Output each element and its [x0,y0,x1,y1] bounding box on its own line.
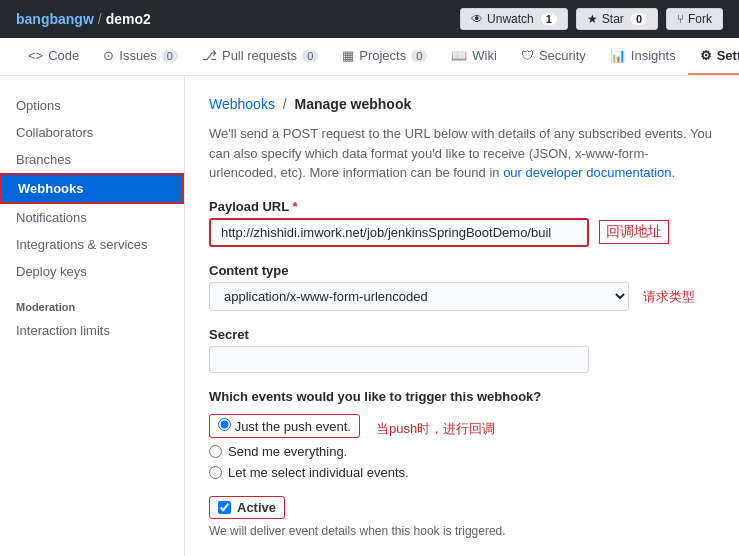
sidebar-item-integrations[interactable]: Integrations & services [0,231,184,258]
star-icon: ★ [587,12,598,26]
nav-projects[interactable]: ▦ Projects 0 [330,38,439,75]
secret-group: Secret [209,327,715,373]
content-area: Webhooks / Manage webhook We'll send a P… [185,76,739,556]
events-group: Which events would you like to trigger t… [209,389,715,480]
annotation-content-type: 请求类型 [643,289,695,304]
annotation-url-text: 回调地址 [599,220,669,244]
everything-event-option: Send me everything. [209,444,715,459]
watch-button[interactable]: 👁 Unwatch 1 [460,8,568,30]
security-icon: 🛡 [521,48,534,63]
breadcrumb-separator: / [283,96,287,112]
projects-icon: ▦ [342,48,354,63]
events-question: Which events would you like to trigger t… [209,389,715,404]
fork-button[interactable]: ⑂ Fork [666,8,723,30]
active-group: Active We will deliver event details whe… [209,496,715,538]
individual-label[interactable]: Let me select individual events. [228,465,409,480]
pr-icon: ⎇ [202,48,217,63]
active-checkbox[interactable] [218,501,231,514]
content-type-select[interactable]: application/x-www-form-urlencoded applic… [209,282,629,311]
code-icon: <> [28,48,43,63]
star-label: Star [602,12,624,26]
watch-count: 1 [541,13,557,25]
everything-radio[interactable] [209,445,222,458]
fork-label: Fork [688,12,712,26]
fork-icon: ⑂ [677,12,684,26]
sidebar-item-collaborators[interactable]: Collaborators [0,119,184,146]
active-label[interactable]: Active [237,500,276,515]
nav-security[interactable]: 🛡 Security [509,38,598,75]
payload-url-input[interactable] [209,218,589,247]
nav-wiki[interactable]: 📖 Wiki [439,38,509,75]
nav-issues[interactable]: ⊙ Issues 0 [91,38,190,75]
sidebar-item-branches[interactable]: Branches [0,146,184,173]
app-header: bangbangw / demo2 👁 Unwatch 1 ★ Star 0 ⑂… [0,0,739,38]
secret-label: Secret [209,327,715,342]
sidebar-item-webhooks[interactable]: Webhooks [0,173,184,204]
sidebar-item-options[interactable]: Options [0,92,184,119]
payload-url-label: Payload URL * [209,199,715,214]
sidebar-item-interaction-limits[interactable]: Interaction limits [0,317,184,344]
push-event-option: Just the push event. [209,414,360,438]
nav-insights[interactable]: 📊 Insights [598,38,688,75]
individual-event-option: Let me select individual events. [209,465,715,480]
watch-label: Unwatch [487,12,534,26]
url-row: 回调地址 [209,218,715,247]
individual-radio[interactable] [209,466,222,479]
active-checkbox-wrapper: Active [209,496,285,519]
payload-url-group: Payload URL * 回调地址 [209,199,715,247]
repo-breadcrumb: bangbangw / demo2 [16,11,151,27]
star-count: 0 [631,13,647,25]
header-actions: 👁 Unwatch 1 ★ Star 0 ⑂ Fork [460,8,723,30]
sidebar-item-notifications[interactable]: Notifications [0,204,184,231]
push-event-row: Just the push event. 当push时，进行回调 [209,414,715,444]
nav-code[interactable]: <> Code [16,38,91,75]
repo-slash: / [98,11,102,27]
main-layout: Options Collaborators Branches Webhooks … [0,76,739,556]
breadcrumb-current: Manage webhook [295,96,412,112]
annotation-push-text: 当push时，进行回调 [376,420,495,438]
settings-icon: ⚙ [700,48,712,63]
secret-input[interactable] [209,346,589,373]
content-type-group: Content type application/x-www-form-urle… [209,263,715,311]
sidebar-item-deploy-keys[interactable]: Deploy keys [0,258,184,285]
push-radio[interactable] [218,418,231,431]
active-description: We will deliver event details when this … [209,524,715,538]
info-paragraph: We'll send a POST request to the URL bel… [209,124,715,183]
moderation-section-title: Moderation [0,285,184,317]
content-type-label: Content type [209,263,715,278]
everything-label[interactable]: Send me everything. [228,444,347,459]
nav-settings[interactable]: ⚙ Settings [688,38,739,75]
sidebar: Options Collaborators Branches Webhooks … [0,76,185,556]
breadcrumb: Webhooks / Manage webhook [209,96,715,112]
breadcrumb-parent-link[interactable]: Webhooks [209,96,275,112]
repo-name[interactable]: demo2 [106,11,151,27]
required-marker: * [293,199,298,214]
issues-icon: ⊙ [103,48,114,63]
eye-icon: 👁 [471,12,483,26]
developer-docs-link[interactable]: our developer documentation [503,165,671,180]
repo-nav: <> Code ⊙ Issues 0 ⎇ Pull requests 0 ▦ P… [0,38,739,76]
active-row: Active [209,496,715,519]
nav-pull-requests[interactable]: ⎇ Pull requests 0 [190,38,330,75]
repo-owner[interactable]: bangbangw [16,11,94,27]
insights-icon: 📊 [610,48,626,63]
star-button[interactable]: ★ Star 0 [576,8,658,30]
push-label[interactable]: Just the push event. [235,419,351,434]
wiki-icon: 📖 [451,48,467,63]
